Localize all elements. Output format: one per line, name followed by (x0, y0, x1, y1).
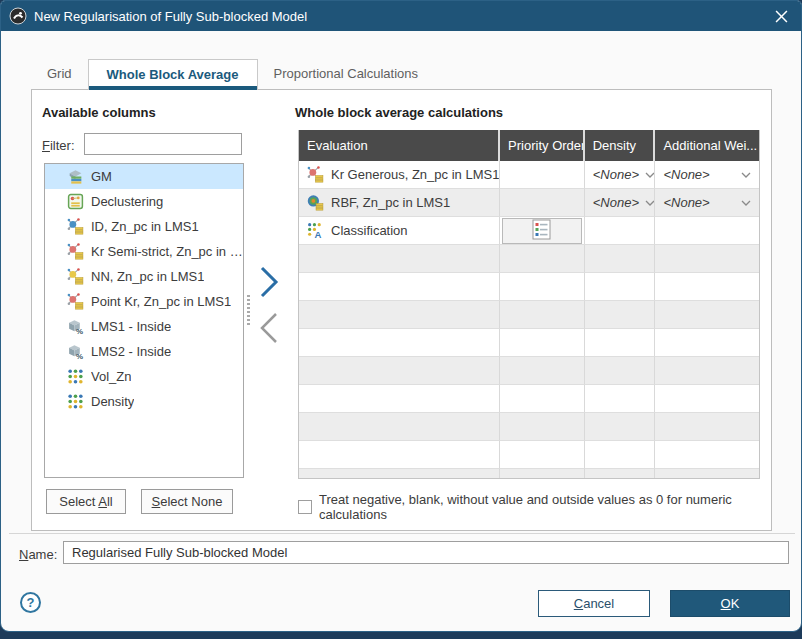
column-header-density: Density (585, 130, 656, 161)
additional-weighting-value: <None> (663, 167, 709, 182)
title-bar[interactable]: New Regularisation of Fully Sub-blocked … (1, 1, 801, 31)
density-dropdown[interactable]: <None> (585, 189, 656, 217)
list-item-label: Point Kr, Zn_pc in LMS1 (91, 294, 231, 309)
priority-order-cell (500, 217, 585, 245)
evaluation-cell: RBF, Zn_pc in LMS1 (299, 189, 500, 217)
table-empty-row (299, 413, 759, 441)
additional-weighting-dropdown[interactable]: <None> (655, 189, 759, 217)
empty-cell (299, 441, 500, 469)
empty-cell (585, 413, 656, 441)
available-columns-list: GM Declustering ID, Zn_pc in LMS1 Kr Sem… (44, 163, 244, 478)
tab-grid[interactable]: Grid (31, 59, 88, 89)
table-empty-row (299, 245, 759, 273)
table-header-row: Evaluation Priority Order Density Additi… (299, 130, 759, 161)
empty-cell (500, 273, 585, 301)
empty-cell (299, 273, 500, 301)
cancel-button[interactable]: Cancel (538, 590, 650, 617)
empty-cell (500, 469, 585, 479)
empty-cell (585, 385, 656, 413)
empty-cell (655, 469, 759, 479)
list-item[interactable]: LMS1 - Inside (45, 314, 243, 339)
move-right-icon[interactable] (256, 262, 282, 302)
priority-list-icon (532, 219, 551, 243)
empty-cell (299, 245, 500, 273)
evaluation-cell: Classification (299, 217, 500, 245)
additional-weighting-cell (655, 217, 759, 245)
list-item[interactable]: Kr Semi-strict, Zn_pc in L... (45, 239, 243, 264)
column-header-additional-weighting: Additional Wei... (655, 130, 759, 161)
empty-cell (585, 469, 656, 479)
list-item[interactable]: Vol_Zn (45, 364, 243, 389)
interpolant-yellow-icon (67, 268, 84, 285)
chevron-down-icon (645, 172, 655, 178)
list-item[interactable]: Density (45, 389, 243, 414)
window-title: New Regularisation of Fully Sub-blocked … (34, 9, 307, 24)
empty-cell (500, 413, 585, 441)
table-empty-row (299, 301, 759, 329)
list-item[interactable]: NN, Zn_pc in LMS1 (45, 264, 243, 289)
numeric-dots-icon (67, 368, 84, 385)
list-item-label: Density (91, 394, 134, 409)
additional-weighting-dropdown[interactable]: <None> (655, 161, 759, 189)
list-item[interactable]: LMS2 - Inside (45, 339, 243, 364)
evaluation-label: Classification (331, 223, 408, 238)
chevron-down-icon (741, 200, 751, 206)
priority-order-cell (500, 189, 585, 217)
new-regularisation-dialog: New Regularisation of Fully Sub-blocked … (0, 0, 802, 632)
table-empty-row (299, 385, 759, 413)
list-item-label: ID, Zn_pc in LMS1 (91, 219, 199, 234)
list-item-label: LMS2 - Inside (91, 344, 171, 359)
tab-content: Available columns Filter: GM Declusterin… (31, 89, 772, 531)
empty-cell (585, 301, 656, 329)
ok-button[interactable]: OK (670, 590, 790, 617)
name-input[interactable] (63, 541, 789, 564)
list-item[interactable]: Declustering (45, 189, 243, 214)
empty-cell (655, 385, 759, 413)
calculations-heading: Whole block average calculations (295, 105, 503, 120)
list-item[interactable]: GM (45, 164, 243, 189)
interpolant-red-icon (307, 166, 324, 183)
table-empty-row (299, 441, 759, 469)
name-label: Name: (19, 547, 57, 562)
rbf-icon (307, 194, 324, 211)
tab-whole-block-average[interactable]: Whole Block Average (88, 59, 258, 90)
splitter-grip[interactable] (247, 295, 250, 325)
density-dropdown[interactable]: <None> (585, 161, 656, 189)
evaluation-label: Kr Generous, Zn_pc in LMS1 (331, 167, 499, 182)
table-empty-row (299, 357, 759, 385)
filter-input[interactable] (84, 133, 242, 155)
interpolant-red-icon (67, 243, 84, 260)
empty-cell (655, 357, 759, 385)
density-cell (585, 217, 656, 245)
calculations-table: Evaluation Priority Order Density Additi… (298, 130, 760, 479)
help-icon[interactable]: ? (20, 592, 41, 613)
list-item-label: Kr Semi-strict, Zn_pc in L... (91, 244, 243, 259)
empty-cell (500, 357, 585, 385)
empty-cell (585, 441, 656, 469)
select-none-button[interactable]: Select None (141, 489, 233, 514)
footer-divider (9, 533, 795, 534)
table-empty-row (299, 469, 759, 479)
priority-order-button[interactable] (502, 218, 582, 244)
empty-cell (500, 329, 585, 357)
close-icon[interactable] (767, 4, 795, 28)
column-header-evaluation: Evaluation (299, 130, 500, 161)
empty-cell (299, 469, 500, 479)
empty-cell (299, 329, 500, 357)
list-item-label: NN, Zn_pc in LMS1 (91, 269, 204, 284)
tab-proportional-calculations[interactable]: Proportional Calculations (258, 59, 435, 89)
empty-cell (299, 413, 500, 441)
table-empty-row (299, 329, 759, 357)
empty-cell (585, 273, 656, 301)
treat-negative-checkbox[interactable] (298, 500, 312, 514)
list-item[interactable]: Point Kr, Zn_pc in LMS1 (45, 289, 243, 314)
additional-weighting-value: <None> (663, 195, 709, 210)
empty-cell (585, 329, 656, 357)
list-item-label: GM (91, 169, 112, 184)
column-header-priority-order: Priority Order (500, 130, 585, 161)
select-all-button[interactable]: Select All (46, 489, 126, 514)
move-left-icon[interactable] (256, 308, 282, 348)
table-row: RBF, Zn_pc in LMS1 <None> <None> (299, 189, 759, 217)
empty-cell (585, 357, 656, 385)
list-item[interactable]: ID, Zn_pc in LMS1 (45, 214, 243, 239)
